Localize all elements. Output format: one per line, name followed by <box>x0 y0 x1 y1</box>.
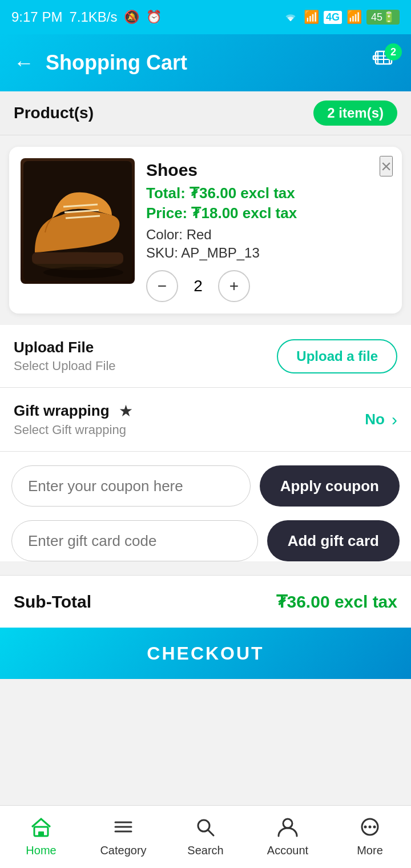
product-sku: SKU: AP_MBP_13 <box>146 245 390 261</box>
nav-label-account: Account <box>267 844 308 857</box>
product-color: Color: Red <box>146 227 390 243</box>
bottom-nav: Home Category Search Accou <box>0 805 411 868</box>
nav-item-search[interactable]: Search <box>164 812 247 862</box>
svg-point-21 <box>283 819 292 828</box>
cart-button[interactable]: 2 <box>370 48 397 78</box>
more-icon <box>358 817 381 841</box>
product-card-inner: Shoes Total: ₮36.00 excl tax Price: ₮18.… <box>21 158 390 302</box>
status-bar-right: 📶 4G 📶 45🔋 <box>282 10 400 25</box>
cart-badge: 2 <box>385 43 402 61</box>
nav-item-home[interactable]: Home <box>0 812 82 862</box>
gift-arrow-icon: › <box>392 410 397 429</box>
add-gift-card-button[interactable]: Add gift card <box>267 520 400 561</box>
nav-label-category: Category <box>100 844 146 857</box>
coupon-section: Apply coupon Add gift card <box>0 452 411 561</box>
nav-item-account[interactable]: Account <box>247 812 329 862</box>
subtotal-row: Sub-Total ₮36.00 excl tax <box>0 575 411 628</box>
nav-item-more[interactable]: More <box>329 812 411 862</box>
upload-label: Upload File <box>14 339 116 356</box>
alarm-icon: 🔕 <box>124 10 139 25</box>
svg-rect-9 <box>32 252 123 264</box>
apply-coupon-button[interactable]: Apply coupon <box>260 465 400 507</box>
time: 9:17 PM <box>11 9 62 25</box>
checkout-button[interactable]: CHECKOUT <box>0 628 411 679</box>
product-total: Total: ₮36.00 excl tax <box>146 184 390 202</box>
quantity-decrease-button[interactable]: − <box>146 270 178 302</box>
status-bar: 9:17 PM 7.1KB/s 🔕 ⏰ 📶 4G 📶 45🔋 <box>0 0 411 34</box>
nav-label-more: More <box>357 844 383 857</box>
items-badge: 2 item(s) <box>313 101 397 126</box>
svg-line-20 <box>208 830 213 835</box>
nav-item-category[interactable]: Category <box>82 812 164 862</box>
svg-point-13 <box>43 267 123 278</box>
gift-sub: Select Gift wrapping <box>14 423 133 437</box>
status-bar-left: 9:17 PM 7.1KB/s 🔕 ⏰ <box>11 9 162 25</box>
gift-value-row[interactable]: No › <box>365 410 397 429</box>
nav-label-search: Search <box>187 844 223 857</box>
quantity-value: 2 <box>178 277 218 295</box>
quantity-increase-button[interactable]: + <box>218 270 250 302</box>
gift-label: Gift wrapping <box>14 402 110 420</box>
product-card: × <box>9 147 402 314</box>
search-icon <box>194 817 217 841</box>
home-icon <box>30 817 53 841</box>
category-icon <box>112 817 135 841</box>
signal2-icon: 📶 <box>346 10 362 25</box>
upload-file-button[interactable]: Upload a file <box>277 339 397 373</box>
svg-point-25 <box>373 826 376 829</box>
speed: 7.1KB/s <box>69 9 117 25</box>
subtotal-value: ₮36.00 excl tax <box>276 592 398 612</box>
product-name: Shoes <box>146 160 390 180</box>
wifi-icon <box>282 11 299 23</box>
shoe-illustration <box>23 161 132 281</box>
products-label: Product(s) <box>14 104 94 122</box>
svg-rect-15 <box>38 831 44 836</box>
svg-point-23 <box>364 826 367 829</box>
remove-product-button[interactable]: × <box>380 156 393 176</box>
signal-icon: 📶 <box>304 10 319 25</box>
upload-file-section: Upload File Select Upload File Upload a … <box>0 325 411 388</box>
gift-labels: Gift wrapping ★ Select Gift wrapping <box>14 401 133 437</box>
product-info: Shoes Total: ₮36.00 excl tax Price: ₮18.… <box>146 158 390 302</box>
gift-card-input[interactable] <box>11 520 258 561</box>
gift-wrapping-section: Gift wrapping ★ Select Gift wrapping No … <box>0 388 411 452</box>
star-icon: ★ <box>119 401 133 420</box>
upload-sub: Select Upload File <box>14 359 116 373</box>
nav-label-home: Home <box>26 844 56 857</box>
header: ← Shopping Cart 2 <box>0 34 411 91</box>
account-icon <box>276 817 299 841</box>
battery-icon: 45🔋 <box>366 10 400 25</box>
page-title: Shopping Cart <box>46 51 370 75</box>
gift-status: No <box>365 411 385 428</box>
subtotal-label: Sub-Total <box>14 592 91 612</box>
back-button[interactable]: ← <box>14 51 34 75</box>
gift-label-row: Gift wrapping ★ <box>14 401 133 420</box>
svg-point-24 <box>369 826 372 829</box>
quantity-control: − 2 + <box>146 270 390 302</box>
gift-card-row: Add gift card <box>11 520 400 561</box>
clock-icon: ⏰ <box>146 10 162 25</box>
products-header: Product(s) 2 item(s) <box>0 91 411 135</box>
upload-labels: Upload File Select Upload File <box>14 339 116 373</box>
product-image <box>21 158 135 284</box>
coupon-row: Apply coupon <box>11 465 400 507</box>
coupon-input[interactable] <box>11 465 251 507</box>
product-price: Price: ₮18.00 excl tax <box>146 204 390 222</box>
network-icon: 4G <box>324 11 342 24</box>
